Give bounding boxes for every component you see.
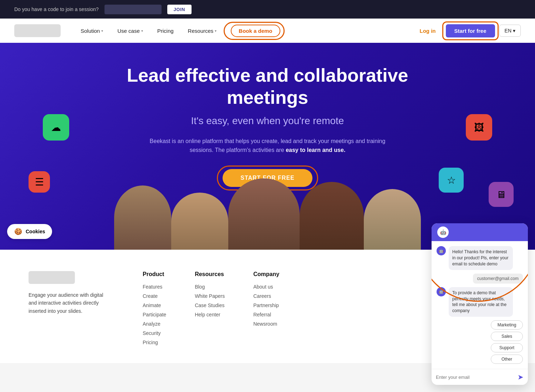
chat-bot-avatar-1: 🤖 [437,246,446,255]
footer-resources-heading: Resources [195,271,225,278]
solution-chevron-icon: ▾ [101,29,103,33]
footer-tagline: Engage your audience with digital and in… [29,291,107,315]
easel-icon: 🖼 [466,114,492,141]
footer-link-blog[interactable]: Blog [195,284,225,290]
chat-choice-marketing[interactable]: Marketing [491,320,523,330]
person-4 [300,182,364,250]
footer-link-partnership[interactable]: Partnership [253,302,279,308]
person-3 [228,178,300,250]
chat-choice-support[interactable]: Support [491,343,523,352]
footer-brand: Engage your audience with digital and in… [29,271,121,349]
footer-link-security[interactable]: Security [143,330,166,336]
join-button[interactable]: JOIN [167,5,192,14]
chat-input-row: ➤ [432,369,528,385]
chat-choice-other[interactable]: Other [491,355,523,364]
chat-header-avatar: 🤖 [437,226,449,238]
resources-chevron-icon: ▾ [215,29,216,33]
nav-resources[interactable]: Resources ▾ [182,25,223,37]
footer-link-features[interactable]: Features [143,284,166,290]
cookies-icon: 🍪 [14,228,22,235]
footer-link-referral[interactable]: Referral [253,312,279,317]
hero-headline: Lead effective and collaborative meeting… [107,64,428,109]
logo[interactable] [14,24,61,37]
book-demo-button[interactable]: Book a demo [231,25,280,37]
footer-product-heading: Product [143,271,166,278]
chat-bot-avatar-2: 🤖 [437,287,446,296]
nav-pricing[interactable]: Pricing [152,25,179,37]
nav-usecase[interactable]: Use case ▾ [112,25,149,37]
chat-widget: 🤖 🤖 Hello! Thanks for the interest in ou… [432,223,528,385]
language-button[interactable]: EN ▾ [499,25,521,37]
footer-link-pricing[interactable]: Pricing [143,340,166,345]
footer-link-aboutus[interactable]: About us [253,284,279,290]
person-1 [114,185,171,250]
login-button[interactable]: Log in [414,25,442,37]
lang-chevron-icon: ▾ [513,28,515,34]
session-code-input[interactable] [105,5,162,14]
chat-send-button[interactable]: ➤ [518,373,524,381]
footer-company-heading: Company [253,271,279,278]
nav-solution[interactable]: Solution ▾ [75,25,109,37]
chat-bubble-2: To provide a demo that perfectly meets y… [449,287,513,317]
footer-link-whitepapers[interactable]: White Papers [195,293,225,299]
cookies-bar[interactable]: 🍪 Cookies [7,224,52,239]
footer-link-casestudies[interactable]: Case Studies [195,302,225,308]
footer-link-participate[interactable]: Participate [143,312,166,317]
footer-link-newsroom[interactable]: Newsroom [253,321,279,327]
book-demo-wrapper: Book a demo [228,25,280,37]
navbar: Solution ▾ Use case ▾ Pricing Resources … [0,19,535,43]
usecase-chevron-icon: ▾ [141,29,143,33]
chat-body: 🤖 Hello! Thanks for the interest in our … [432,241,528,369]
footer-link-careers[interactable]: Careers [253,293,279,299]
start-free-wrapper: Start for free [446,24,495,37]
footer-link-create[interactable]: Create [143,293,166,299]
hero-subtitle: It's easy, even when you're remote [191,115,344,127]
chat-bubble-1: Hello! Thanks for the interest in our pr… [449,246,513,270]
chat-choice-sales[interactable]: Sales [491,332,523,341]
person-5 [364,189,421,250]
chat-email-display: customer@gmail.com [473,274,523,284]
top-bar: Do you have a code to join a session? JO… [0,0,535,19]
chat-header: 🤖 [432,223,528,241]
footer-link-helpcenter[interactable]: Help center [195,312,225,317]
nav-links: Solution ▾ Use case ▾ Pricing Resources … [75,25,414,37]
cookies-label: Cookies [26,229,45,234]
cloud-icon: ☁ [43,114,69,141]
footer-link-analyze[interactable]: Analyze [143,321,166,327]
hero-section: ☁ 🖼 ☰ ☆ 🖥 Lead effective and collaborati… [0,43,535,250]
nav-right: Log in Start for free EN ▾ [414,24,521,37]
footer-logo[interactable] [29,271,75,284]
chat-message-1: 🤖 Hello! Thanks for the interest in our … [437,246,523,270]
person-2 [171,193,228,250]
chat-email-input[interactable] [436,375,515,380]
session-text: Do you have a code to join a session? [14,6,99,12]
chat-choices: Marketing Sales Support Other [437,320,523,364]
footer-link-animate[interactable]: Animate [143,302,166,308]
start-free-button[interactable]: Start for free [446,24,495,37]
footer-col-company: Company About us Careers Partnership Ref… [253,271,279,349]
footer-col-resources: Resources Blog White Papers Case Studies… [195,271,225,349]
hero-description: Beekast is an online platform that helps… [143,137,392,155]
chat-message-2: 🤖 To provide a demo that perfectly meets… [437,287,523,317]
footer-col-product: Product Features Create Animate Particip… [143,271,166,349]
